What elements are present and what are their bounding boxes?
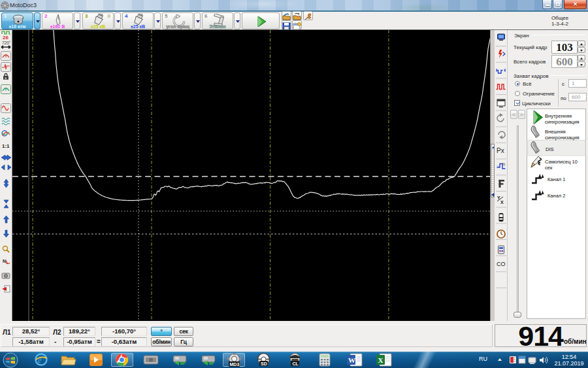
svg-text:CL: CL: [293, 361, 299, 366]
svg-text:Px: Px: [497, 147, 504, 154]
svg-text:CO: CO: [497, 261, 506, 267]
svg-text:720°: 720°: [2, 41, 11, 45]
svg-text:e: e: [38, 355, 42, 365]
svg-text:SD: SD: [261, 361, 267, 366]
svg-text:1:1: 1:1: [2, 143, 10, 149]
svg-text:W: W: [348, 356, 355, 364]
svg-text:N: N: [3, 259, 6, 263]
svg-text:MD3: MD3: [230, 362, 240, 367]
svg-text:26: 26: [3, 35, 8, 41]
svg-text:%: %: [502, 162, 506, 166]
svg-text:X: X: [500, 200, 504, 205]
svg-text:X: X: [378, 356, 384, 364]
